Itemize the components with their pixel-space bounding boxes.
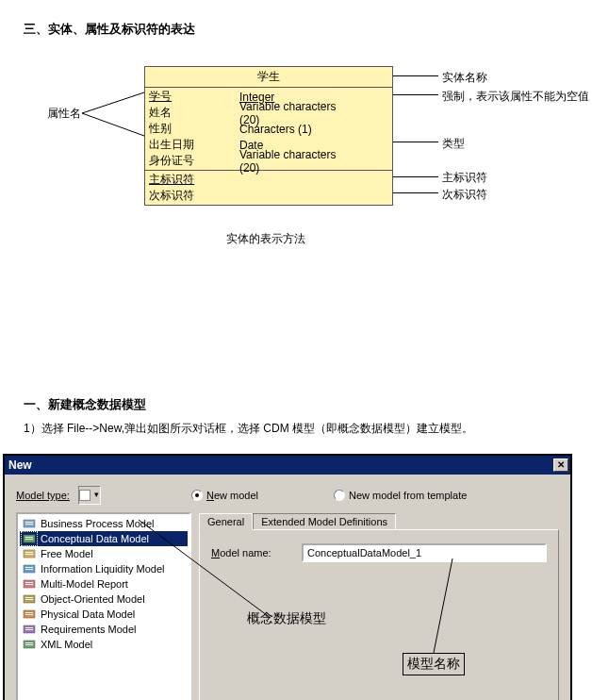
entity-caption: 实体的表示方法	[226, 231, 305, 247]
model-type-tree[interactable]: Business Process ModelConceptual Data Mo…	[16, 512, 191, 700]
radio-new-model[interactable]: New model	[191, 490, 258, 501]
connector-entity-name	[393, 75, 438, 76]
tree-item-label: Object-Oriented Model	[41, 593, 145, 605]
label-secondary-id: 次标识符	[442, 187, 487, 203]
tree-item-label: Conceptual Data Model	[41, 533, 149, 544]
svg-rect-28	[25, 644, 33, 645]
annotation-concept-model: 概念数据模型	[247, 610, 326, 627]
tree-item[interactable]: Information Liquidity Model	[20, 561, 188, 576]
model-type-icon	[22, 592, 37, 606]
model-type-icon	[22, 577, 37, 591]
label-attr-name: 属性名	[47, 106, 81, 122]
tree-item[interactable]: Multi-Model Report	[20, 576, 188, 592]
model-type-icon	[22, 547, 37, 560]
tab-extended-defs[interactable]: Extended Model Definitions	[253, 513, 396, 530]
svg-line-0	[82, 92, 144, 113]
tree-item[interactable]: Conceptual Data Model	[20, 531, 188, 546]
tree-item-label: Business Process Model	[41, 518, 154, 529]
dialog-title: New	[8, 458, 32, 472]
svg-rect-21	[25, 612, 33, 613]
tree-item[interactable]: Physical Data Model	[20, 607, 188, 622]
new-dialog: New ✕ Model type: New model New model fr…	[3, 454, 572, 700]
section-1-title: 三、实体、属性及标识符的表达	[24, 21, 568, 38]
model-type-icon	[22, 638, 37, 651]
tree-item-label: Multi-Model Report	[41, 578, 128, 590]
identifier-row: 主标识符	[145, 172, 392, 188]
label-primary-id: 主标识符	[442, 170, 487, 186]
dialog-titlebar: New ✕	[5, 456, 570, 475]
label-mandatory: 强制，表示该属性不能为空值	[442, 89, 589, 105]
attr-row: 身份证号Variable characters (20)	[145, 153, 392, 169]
tree-item-label: XML Model	[41, 639, 92, 650]
label-entity-name: 实体名称	[442, 70, 487, 86]
svg-rect-7	[25, 539, 33, 540]
model-type-icon	[22, 608, 37, 621]
connector-primary-id	[393, 176, 438, 177]
svg-rect-15	[25, 582, 33, 583]
model-name-label: Model name:	[211, 547, 290, 558]
tree-item-label: Free Model	[41, 548, 93, 559]
section-2-title: 一、新建概念数据模型	[24, 396, 568, 413]
svg-line-1	[82, 113, 144, 136]
connector-model-name	[417, 558, 473, 657]
svg-rect-18	[25, 597, 33, 598]
attr-row: 姓名Variable characters (20)	[145, 105, 392, 121]
tree-item[interactable]: Business Process Model	[20, 516, 188, 531]
svg-rect-3	[25, 522, 33, 523]
svg-rect-25	[25, 629, 33, 630]
grid-icon	[79, 490, 90, 501]
svg-line-29	[434, 558, 452, 653]
connector-type	[393, 142, 438, 142]
svg-rect-27	[25, 642, 33, 643]
svg-rect-24	[25, 627, 33, 628]
identifier-row: 次标识符	[145, 188, 392, 204]
tree-item[interactable]: Free Model	[20, 546, 188, 561]
view-mode-button[interactable]	[78, 486, 101, 505]
radio-new-from-template[interactable]: New model from template	[334, 490, 467, 501]
entity-diagram: 学生 学号Integer姓名Variable characters (20)性别…	[24, 66, 568, 349]
step-1-text: 1）选择 File-->New,弹出如图所示对话框，选择 CDM 模型（即概念数…	[24, 421, 568, 437]
tree-item[interactable]: Object-Oriented Model	[20, 592, 188, 607]
model-type-icon	[22, 517, 37, 530]
tree-item-label: Physical Data Model	[41, 608, 135, 620]
tree-item-label: Information Liquidity Model	[41, 563, 164, 575]
svg-rect-22	[25, 614, 33, 615]
svg-rect-16	[25, 584, 33, 585]
connector-secondary-id	[393, 192, 438, 193]
svg-rect-19	[25, 599, 33, 600]
entity-title: 学生	[145, 67, 392, 88]
svg-rect-4	[25, 524, 33, 525]
attr-row: 性别Characters (1)	[145, 121, 392, 137]
close-button[interactable]: ✕	[553, 458, 568, 472]
model-type-icon	[22, 562, 37, 575]
connector-mandatory	[393, 94, 438, 95]
tree-item[interactable]: XML Model	[20, 637, 188, 652]
svg-rect-6	[25, 537, 33, 538]
svg-rect-9	[25, 552, 33, 553]
tree-item-label: Requirements Model	[41, 624, 137, 635]
model-type-label: Model type:	[16, 490, 78, 501]
tab-general[interactable]: General	[199, 513, 253, 530]
svg-rect-12	[25, 567, 33, 568]
entity-box: 学生 学号Integer姓名Variable characters (20)性别…	[144, 66, 393, 206]
model-type-icon	[22, 623, 37, 636]
svg-rect-10	[25, 554, 33, 555]
tree-item[interactable]: Requirements Model	[20, 622, 188, 637]
model-type-icon	[22, 532, 37, 545]
connector-attr-name	[82, 87, 148, 143]
label-type: 类型	[442, 136, 465, 152]
svg-rect-13	[25, 569, 33, 570]
